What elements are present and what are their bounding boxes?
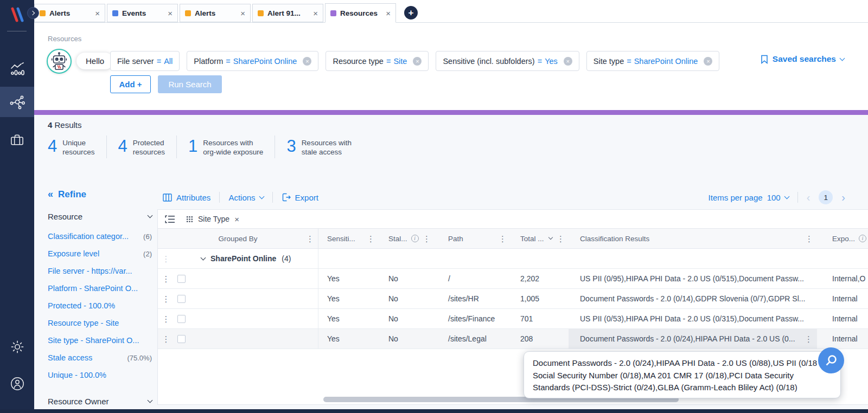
new-tab-button[interactable]: + (404, 6, 418, 20)
add-filter-button[interactable]: Add + (110, 75, 151, 93)
items-per-page-select[interactable]: Items per page 100 (709, 193, 789, 202)
saved-searches-button[interactable]: Saved searches (761, 54, 844, 64)
refine-item-resource-type[interactable]: Resource type - Site (48, 314, 152, 332)
remove-filter-icon[interactable]: × (303, 57, 311, 66)
grouping-bar: Site Type × (158, 210, 868, 229)
filter-chip-sensitive[interactable]: Sensitive (incl. subfolders) = Yes × (436, 51, 579, 71)
row-checkbox[interactable] (177, 315, 186, 323)
row-menu-icon[interactable]: ⋮ (162, 335, 170, 343)
column-header-exposure[interactable]: Expo... (817, 229, 868, 248)
search-panel: Resources Hello File server = All (34, 23, 868, 110)
tab-events[interactable]: Events × (107, 4, 178, 22)
column-menu-icon[interactable]: ⋮ (805, 235, 813, 243)
classification-cell-hovered[interactable]: Document Passwords - 2.0 (0/24),HIPAA PH… (569, 329, 817, 349)
column-menu-icon[interactable]: ⋮ (557, 235, 565, 243)
remove-filter-icon[interactable]: × (704, 57, 712, 66)
column-menu-icon[interactable]: ⋮ (367, 235, 375, 243)
group-chip-site-type[interactable]: Site Type × (186, 215, 239, 224)
path-cell: /sites/Finance (435, 309, 510, 328)
refine-collapse-button[interactable]: « Refine (48, 189, 152, 200)
close-icon[interactable]: × (93, 9, 100, 18)
total-cell: 2,202 (510, 269, 569, 288)
info-icon[interactable] (411, 235, 419, 242)
group-row-sharepoint-online[interactable]: ⋮ SharePoint Online (4) (158, 249, 868, 269)
table-row[interactable]: ⋮ Yes No /sites/Legal 208 Document Passw… (158, 329, 868, 349)
sensitive-cell: Yes (318, 269, 379, 288)
group-by-icon[interactable] (165, 215, 175, 223)
column-menu-icon[interactable]: ⋮ (306, 235, 314, 243)
table-row[interactable]: ⋮ Yes No /sites/Finance 701 US PII (0/53… (158, 309, 868, 329)
column-header-sensitive[interactable]: Sensiti... ⋮ (318, 229, 379, 248)
close-icon[interactable]: × (238, 9, 245, 18)
row-menu-icon[interactable]: ⋮ (162, 275, 170, 283)
assistant-search-fab[interactable] (818, 347, 844, 373)
refine-section-resource[interactable]: Resource (48, 212, 152, 221)
refine-item-file-server[interactable]: File server - https://var... (48, 262, 152, 280)
export-button[interactable]: Export (282, 193, 318, 202)
column-menu-icon[interactable]: ⋮ (423, 235, 431, 243)
grouped-by-cell (194, 289, 318, 308)
close-icon[interactable]: × (165, 9, 173, 18)
remove-filter-icon[interactable]: × (564, 57, 572, 66)
stale-cell: No (379, 329, 435, 349)
run-search-button[interactable]: Run Search (158, 75, 222, 93)
results-count: 4 Results (48, 120, 82, 130)
row-checkbox[interactable] (177, 335, 186, 343)
column-header-stale[interactable]: Stal... ⋮ (379, 229, 435, 248)
chevron-down-icon[interactable] (201, 255, 206, 260)
current-page-button[interactable]: 1 (819, 190, 833, 204)
tab-alerts-2[interactable]: Alerts × (180, 4, 251, 22)
sidebar-item-account[interactable] (0, 369, 34, 399)
filter-chip-file-server[interactable]: File server = All (110, 51, 180, 71)
bottom-bar (0, 409, 868, 413)
cell-menu-icon[interactable]: ⋮ (805, 335, 813, 343)
refine-item-protected[interactable]: Protected - 100.0% (48, 297, 152, 314)
refine-item-platform[interactable]: Platform - SharePoint O... (48, 280, 152, 297)
tab-label: Events (122, 9, 162, 17)
row-checkbox[interactable] (177, 275, 186, 283)
column-header-classification[interactable]: Classification Results ⋮ (569, 229, 817, 248)
close-icon[interactable]: × (311, 9, 318, 18)
column-header-grouped-by[interactable]: Grouped By ⋮ (158, 229, 318, 248)
tab-resources[interactable]: Resources × (325, 3, 396, 23)
tab-color-square (112, 10, 118, 16)
table-row[interactable]: ⋮ Yes No /sites/HR 1,005 Document Passwo… (158, 289, 868, 309)
sidebar-item-settings[interactable] (0, 332, 34, 362)
assistant-avatar[interactable] (47, 49, 72, 74)
row-menu-icon[interactable]: ⋮ (162, 315, 170, 323)
remove-group-icon[interactable]: × (234, 215, 239, 224)
tab-alert-detail[interactable]: Alert 91... × (252, 4, 323, 22)
classification-tooltip: Document Passwords - 2.0 (0/24),HIPAA PH… (524, 351, 841, 398)
stale-cell: No (379, 309, 435, 328)
refine-item-exposure-level[interactable]: Exposure level(2) (48, 245, 152, 262)
filter-chip-platform[interactable]: Platform = SharePoint Online × (187, 51, 318, 71)
sidebar-item-resources[interactable] (0, 87, 34, 117)
column-menu-icon[interactable]: ⋮ (499, 235, 507, 243)
attributes-button[interactable]: Attributes (163, 193, 210, 202)
refine-item-unique[interactable]: Unique - 100.0% (48, 366, 152, 384)
refine-item-classification[interactable]: Classification categor...(6) (48, 228, 152, 245)
stat-divider (176, 135, 177, 158)
table-row[interactable]: ⋮ Yes No / 2,202 US PII (0/95),HIPAA PHI… (158, 269, 868, 289)
filter-chip-resource-type[interactable]: Resource type = Site × (326, 51, 429, 71)
sidebar-item-analytics[interactable] (0, 54, 34, 85)
close-icon[interactable]: × (384, 9, 391, 18)
actions-menu-button[interactable]: Actions (228, 193, 263, 202)
refine-item-stale-access[interactable]: Stale access(75.0%) (48, 349, 152, 366)
filter-chip-site-type[interactable]: Site type = SharePoint Online × (586, 51, 720, 71)
previous-page-button[interactable]: ‹ (807, 191, 810, 204)
refine-item-site-type[interactable]: Site type - SharePoint O... (48, 332, 152, 349)
row-menu-icon[interactable]: ⋮ (162, 255, 170, 263)
next-page-button[interactable]: › (841, 191, 845, 204)
row-checkbox[interactable] (177, 295, 186, 303)
sidebar-expand-button[interactable] (27, 7, 39, 19)
column-header-total[interactable]: Total ... ⋮ (510, 229, 569, 248)
tab-alerts-1[interactable]: Alerts × (34, 4, 105, 22)
remove-filter-icon[interactable]: × (413, 57, 422, 66)
columns-icon (163, 193, 172, 202)
sidebar-item-workspace[interactable] (0, 125, 34, 155)
row-menu-icon[interactable]: ⋮ (162, 295, 170, 303)
refine-section-resource-owner[interactable]: Resource Owner (48, 397, 152, 406)
info-icon[interactable] (859, 235, 866, 242)
column-header-path[interactable]: Path ⋮ (435, 229, 510, 248)
